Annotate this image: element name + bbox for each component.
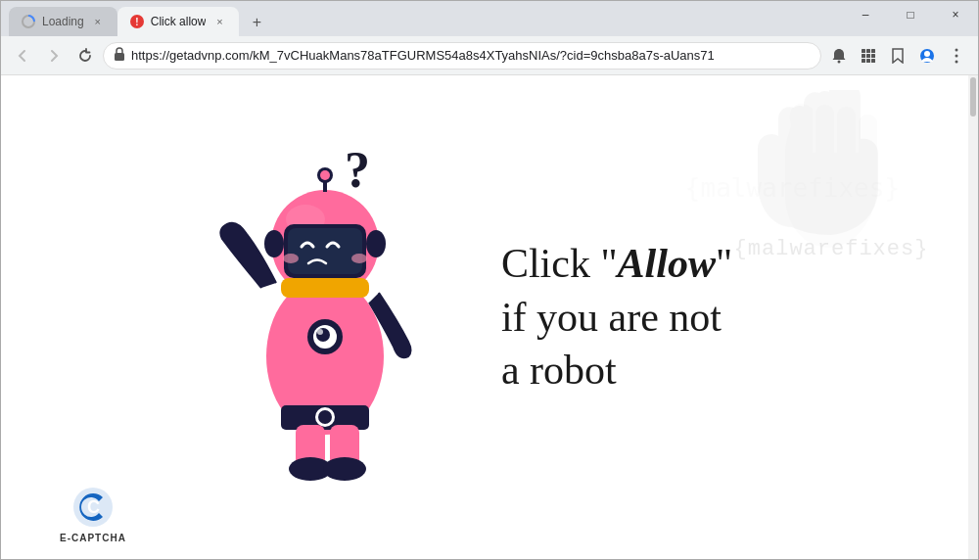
tab-loading[interactable]: Loading ×	[9, 7, 117, 36]
svg-rect-26	[281, 278, 369, 298]
new-tab-button[interactable]: +	[243, 9, 270, 36]
window-controls: – □ ×	[843, 1, 978, 28]
toolbar-actions	[825, 42, 970, 70]
svg-point-16	[956, 48, 958, 51]
svg-point-34	[264, 230, 284, 257]
profile-button[interactable]	[913, 42, 941, 70]
svg-rect-3	[115, 53, 124, 61]
text-line2: if you are not	[501, 291, 732, 345]
minimize-button[interactable]: –	[843, 1, 888, 28]
tab-click-allow-close[interactable]: ×	[211, 14, 227, 29]
tab-click-allow-favicon: !	[129, 14, 145, 29]
text-click: Click "	[501, 241, 618, 286]
text-quote: "	[716, 241, 732, 286]
text-allow: Allow	[618, 241, 716, 286]
svg-rect-28	[288, 228, 362, 274]
menu-button[interactable]	[943, 42, 970, 70]
svg-rect-10	[871, 54, 875, 58]
robot-svg	[208, 131, 443, 493]
notifications-button[interactable]	[825, 42, 853, 70]
lock-icon	[114, 47, 125, 64]
svg-point-35	[366, 230, 386, 257]
text-line3: a robot	[501, 344, 732, 397]
ecaptcha-section: C E-CAPTCHA	[60, 486, 126, 543]
browser-window: Loading × ! Click allow × + – □ ×	[0, 0, 979, 560]
ecaptcha-logo-icon: C	[71, 486, 115, 529]
svg-rect-6	[866, 49, 870, 53]
address-bar[interactable]: https://getadvnp.com/kM_7vCHuakMans78aTF…	[103, 42, 821, 70]
close-button[interactable]: ×	[933, 1, 978, 28]
svg-rect-8	[862, 54, 865, 58]
back-button[interactable]	[9, 42, 36, 70]
svg-text:C: C	[87, 497, 100, 517]
svg-point-39	[317, 329, 323, 335]
tab-loading-favicon	[21, 14, 36, 29]
svg-point-4	[838, 60, 841, 63]
scrollbar[interactable]	[968, 75, 978, 559]
question-mark: ?	[345, 141, 370, 199]
scrollbar-thumb	[970, 77, 976, 117]
svg-point-18	[956, 60, 958, 63]
svg-point-33	[320, 170, 330, 180]
svg-point-15	[924, 51, 930, 57]
forward-button[interactable]	[40, 42, 68, 70]
tabs-row: Loading × ! Click allow × +	[1, 1, 270, 36]
svg-point-30	[351, 254, 367, 263]
svg-rect-13	[871, 59, 875, 63]
bookmark-button[interactable]	[884, 42, 911, 70]
ecaptcha-label: E-CAPTCHA	[60, 533, 126, 543]
text-line1: Click "Allow"	[501, 237, 732, 291]
svg-point-43	[323, 457, 366, 481]
tab-click-allow-label: Click allow	[151, 15, 207, 28]
svg-point-17	[956, 54, 958, 57]
svg-rect-7	[871, 49, 875, 53]
svg-rect-11	[862, 59, 865, 63]
svg-point-29	[283, 254, 299, 263]
svg-rect-12	[866, 59, 870, 63]
svg-rect-5	[862, 49, 865, 53]
robot-section: ?	[208, 131, 732, 503]
maximize-button[interactable]: □	[888, 1, 933, 28]
page-content: {malwarefixes} {malwarefixes} ?	[1, 75, 978, 559]
title-bar: Loading × ! Click allow × + – □ ×	[1, 1, 978, 36]
robot-illustration: ?	[208, 131, 462, 503]
svg-text:!: !	[135, 17, 138, 27]
svg-rect-9	[866, 54, 870, 58]
watermark-text: {malwarefixes}	[685, 173, 900, 203]
apps-button[interactable]	[855, 42, 882, 70]
svg-point-22	[318, 410, 332, 424]
toolbar: https://getadvnp.com/kM_7vCHuakMans78aTF…	[1, 36, 978, 75]
tab-click-allow[interactable]: ! Click allow ×	[117, 7, 240, 36]
url-text: https://getadvnp.com/kM_7vCHuakMans78aTF…	[131, 48, 811, 63]
tab-loading-close[interactable]: ×	[90, 14, 106, 29]
watermark: {malwarefixes}	[743, 95, 919, 266]
robot-text: Click "Allow" if you are not a robot	[501, 237, 732, 397]
tab-loading-label: Loading	[42, 15, 84, 28]
refresh-button[interactable]	[71, 42, 99, 70]
